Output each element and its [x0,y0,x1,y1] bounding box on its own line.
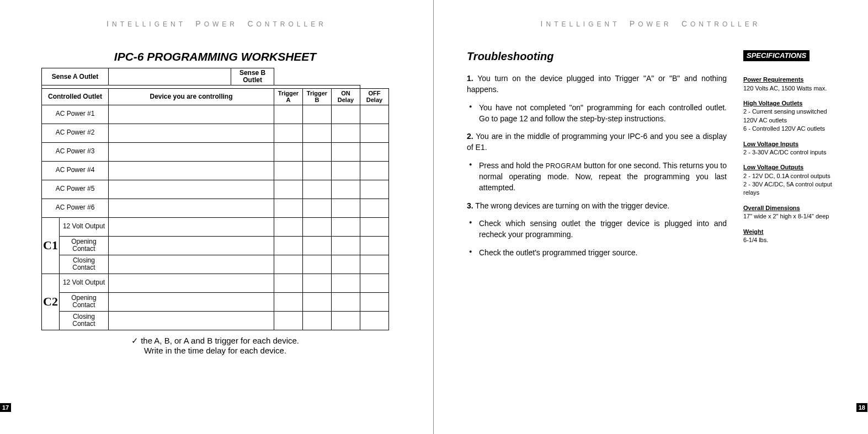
spec-text: 6-1/4 lbs. [743,236,834,244]
ts-bullet: Check which sensing outlet the trigger d… [467,218,727,240]
table-row: Opening Contact [42,236,389,255]
table-row: AC Power #6 [42,199,389,217]
sense-row: Sense A Outlet Sense B Outlet [42,68,389,85]
col-on-delay: ON Delay [332,89,360,105]
sense-a-label: Sense A Outlet [52,73,98,81]
table-row: C1 12 Volt Output [42,217,389,236]
footnote-line1: ✓ the A, B, or A and B trigger for each … [131,336,299,345]
row-label: 12 Volt Output [59,217,108,236]
ts-bullet: You have not completed "on" programming … [467,102,727,125]
spec-heading: Power Requirements [743,76,834,84]
troubleshooting-section: Troubleshooting 1. You turn on the devic… [467,50,727,265]
table-row: AC Power #4 [42,161,389,180]
row-label: AC Power #4 [42,161,109,180]
group-c1: C1 [42,217,60,274]
worksheet-title: IPC-6 PROGRAMMING WORKSHEET [39,50,392,63]
right-body: Troubleshooting 1. You turn on the devic… [467,50,834,265]
page-number-left: 17 [0,403,11,412]
header-left: INTELLIGENT POWER CONTROLLER [33,19,400,28]
table-row: AC Power #3 [42,142,389,161]
row-label: AC Power #2 [42,124,109,142]
spec-heading: High Voltage Outlets [743,99,834,108]
row-label: AC Power #1 [42,105,109,124]
row-label: AC Power #3 [42,142,109,161]
ts-item-3: 3. The wrong devices are turning on with… [467,200,727,211]
col-trigger-b: Trigger B [303,89,332,105]
table-row: AC Power #5 [42,180,389,199]
sense-b-cell: Sense B Outlet [231,68,274,85]
spec-heading: Weight [743,228,834,236]
page-right: INTELLIGENT POWER CONTROLLER Troubleshoo… [434,0,867,434]
header-right: INTELLIGENT POWER CONTROLLER [467,19,834,28]
troubleshooting-title: Troubleshooting [467,50,727,63]
ts-item-2: 2. You are in the middle of programming … [467,131,727,153]
row-label: Opening Contact [59,236,108,255]
spec-text: 2 - Current sensing unswitched 120V AC o… [743,108,834,133]
specifications-title: SPECIFICATIONS [743,50,810,61]
ts-bullet: Press and hold the PROGRAM button for on… [467,160,727,194]
table-row: Opening Contact [42,292,389,311]
spec-text: 120 Volts AC, 1500 Watts max. [743,84,834,93]
col-outlet: Controlled Outlet [42,89,109,105]
row-label: AC Power #5 [42,180,109,199]
worksheet: IPC-6 PROGRAMMING WORKSHEET Sense A Outl… [33,50,400,355]
page-left: INTELLIGENT POWER CONTROLLER IPC-6 PROGR… [0,0,434,434]
sense-mid-cell[interactable] [109,68,231,85]
spec-text: 17" wide x 2" high x 8-1/4" deep [743,212,834,221]
worksheet-footnote: ✓ the A, B, or A and B trigger for each … [39,336,392,355]
page-number-right: 18 [856,403,867,412]
sense-a-cell: Sense A Outlet [42,68,109,85]
row-label: AC Power #6 [42,199,109,217]
row-label: Closing Contact [59,311,108,330]
row-label: Closing Contact [59,255,108,274]
ts-bullet: Check the outlet's programmed trigger so… [467,247,727,258]
table-row: AC Power #2 [42,124,389,142]
col-off-delay: OFF Delay [360,89,389,105]
worksheet-table: Sense A Outlet Sense B Outlet Controlled… [41,68,389,330]
footnote-line2: Write in the time delay for each device. [144,346,286,355]
table-row: C2 12 Volt Output [42,274,389,292]
spec-heading: Overall Dimensions [743,204,834,212]
specifications-sidebar: SPECIFICATIONS Power Requirements120 Vol… [743,50,834,265]
spec-text: 2 - 3-30V AC/DC control inputs [743,148,834,157]
spec-heading: Low Voltage Inputs [743,140,834,148]
row-label: 12 Volt Output [59,274,108,292]
spec-text: 2 - 12V DC, 0.1A control outputs2 - 30V … [743,172,834,197]
table-row: Closing Contact [42,311,389,330]
sense-rest[interactable] [274,68,360,85]
col-trigger-a: Trigger A [274,89,303,105]
column-header-row: Controlled Outlet Device you are control… [42,89,389,105]
group-c2: C2 [42,274,60,330]
spec-heading: Low Voltage Outputs [743,163,834,172]
row-label: Opening Contact [59,292,108,311]
ts-item-1: 1. You turn on the device plugged into T… [467,73,727,95]
col-device: Device you are controlling [109,89,274,105]
table-row: AC Power #1 [42,105,389,124]
table-row: Closing Contact [42,255,389,274]
sense-b-label: Sense B Outlet [239,69,265,84]
